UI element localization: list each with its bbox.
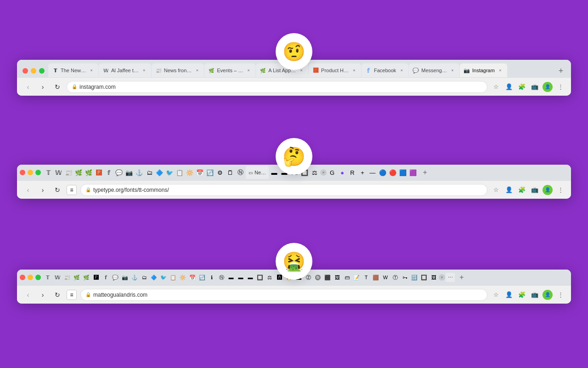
tab-fav-8[interactable]: 💬 (114, 168, 124, 177)
cast-button-3[interactable]: 📺 (530, 290, 540, 300)
avatar-3[interactable]: 👤 (543, 290, 553, 300)
tab-fav-15[interactable]: 🔆 (185, 168, 194, 177)
avatar-1[interactable]: 👤 (543, 82, 553, 92)
minimize-button-3[interactable] (28, 275, 33, 280)
tab3-fav-33[interactable]: 📝 (352, 273, 361, 282)
tab-fav-21[interactable]: ▬ (270, 168, 279, 177)
active-tab-2[interactable]: ▭ Ne… (246, 166, 269, 179)
address-bar-3[interactable]: 🔒 matteogualandris.com (80, 289, 487, 301)
tab-nyt[interactable]: 𝕋 The New… × (48, 63, 98, 77)
tab-fav-33[interactable]: 🟦 (398, 168, 407, 177)
bookmark-button-3[interactable]: ☆ (491, 290, 501, 300)
tab3-close-x[interactable]: × (439, 274, 445, 281)
tab-producthunt[interactable]: 🅿 Product H… × (309, 63, 361, 77)
menu-button-3[interactable]: ⋮ (555, 290, 565, 300)
tab-fav-6[interactable]: 🅿 (94, 168, 103, 177)
address-bar-2[interactable]: 🔒 typetype.org/fonts/tt-commons/ (80, 184, 487, 196)
menu-button-1[interactable]: ⋮ (555, 82, 565, 92)
profile-button-1[interactable]: 👤 (504, 82, 514, 92)
tab3-fav-34[interactable]: T (362, 273, 371, 282)
profile-button-2[interactable]: 👤 (504, 185, 514, 195)
back-button-2[interactable]: ‹ (23, 184, 34, 196)
tab-instagram[interactable]: 📷 Instagram × (460, 63, 507, 77)
maximize-button-3[interactable] (35, 275, 41, 280)
tab-fb-close[interactable]: × (398, 67, 405, 74)
new-tab-button-1[interactable]: + (554, 64, 567, 77)
refresh-button-3[interactable]: ↻ (52, 289, 63, 300)
tab3-fav-40[interactable]: 🔲 (419, 273, 429, 282)
tab3-extra[interactable]: ⋯ (446, 273, 455, 282)
tab-fav-32[interactable]: 🔴 (388, 168, 397, 177)
tab-news[interactable]: 📰 News fron… × (152, 63, 204, 77)
tab3-fav-9[interactable]: 📷 (120, 273, 130, 282)
forward-button-1[interactable]: › (37, 81, 48, 92)
refresh-button-1[interactable]: ↻ (52, 81, 63, 92)
tab3-fav-37[interactable]: Ⓣ (390, 273, 400, 282)
tab3-fav-6[interactable]: 🅿 (91, 273, 101, 282)
tab-events[interactable]: 🌿 Events – … × (204, 63, 255, 77)
tab3-fav-15[interactable]: 🔆 (178, 273, 187, 282)
tab3-fav-32[interactable]: 🗃 (342, 273, 351, 282)
tab-fav-27[interactable]: ● (338, 168, 347, 177)
tab-fav-30[interactable]: — (368, 168, 377, 177)
extension-button-1[interactable]: 🧩 (517, 82, 527, 92)
close-button-3[interactable] (20, 275, 25, 280)
tab-messenger-close[interactable]: × (449, 67, 456, 74)
tab3-fav-10[interactable]: ⚓ (130, 273, 139, 282)
reader-mode-button-3[interactable]: ≡ (67, 290, 77, 300)
back-button-1[interactable]: ‹ (23, 81, 34, 92)
forward-button-3[interactable]: › (37, 289, 48, 300)
tab3-fav-3[interactable]: 📰 (62, 273, 72, 282)
tab3-fav-12[interactable]: 🔷 (149, 273, 158, 282)
refresh-button-2[interactable]: ↻ (52, 184, 63, 196)
close-button[interactable] (23, 68, 28, 74)
menu-button-2[interactable]: ⋮ (555, 185, 565, 195)
tab-fav-18[interactable]: ⚙ (215, 168, 225, 177)
tab-ph-close[interactable]: × (351, 67, 357, 74)
tab-fav-14[interactable]: 📋 (175, 168, 184, 177)
tab3-fav-22[interactable]: ▬ (246, 273, 255, 282)
tab-messenger[interactable]: 💬 Messeng… × (409, 63, 459, 77)
tab-fav-3[interactable]: 📰 (64, 168, 73, 177)
tab3-fav-20[interactable]: ▬ (226, 273, 236, 282)
tab3-fav-24[interactable]: ⚖ (265, 273, 274, 282)
new-tab-button-3[interactable]: + (455, 271, 468, 284)
back-button-3[interactable]: ‹ (23, 289, 34, 300)
tab-fav-34[interactable]: 🟪 (408, 168, 418, 177)
reader-mode-button[interactable]: ≡ (67, 185, 77, 195)
tab-fav-19[interactable]: 🗒 (226, 168, 235, 177)
avatar-2[interactable]: 👤 (543, 185, 553, 195)
tab-fav-28[interactable]: R (348, 168, 357, 177)
tab-fav-7[interactable]: 𝕗 (104, 168, 113, 177)
tab-fav-1[interactable]: 𝕋 (44, 168, 53, 177)
tab3-fav-23[interactable]: 🔲 (255, 273, 265, 282)
tab-fav-11[interactable]: 🗂 (145, 168, 154, 177)
tab3-fav-35[interactable]: 🟫 (371, 273, 380, 282)
tab3-fav-36[interactable]: W (381, 273, 390, 282)
address-bar-1[interactable]: 🔒 instagram.com (67, 81, 487, 93)
cast-button-1[interactable]: 📺 (530, 82, 540, 92)
tab-fav-2[interactable]: 𝕎 (54, 168, 63, 177)
tab-fav-17[interactable]: 🔃 (205, 168, 215, 177)
tab3-fav-30[interactable]: ⬛ (323, 273, 332, 282)
tab3-fav-17[interactable]: 🔃 (198, 273, 207, 282)
tab3-fav-8[interactable]: 💬 (111, 273, 120, 282)
tab3-fav-14[interactable]: 📋 (169, 273, 178, 282)
tab-events-close[interactable]: × (245, 67, 252, 74)
bookmark-button-1[interactable]: ☆ (491, 82, 501, 92)
tab-fav-13[interactable]: 🐦 (165, 168, 174, 177)
extension-button-2[interactable]: 🧩 (517, 185, 527, 195)
minimize-button-2[interactable] (28, 170, 33, 175)
close-button-2[interactable] (20, 170, 25, 175)
tab-fav-20[interactable]: Ⓝ (236, 168, 245, 177)
tab-fav-4[interactable]: 🌿 (74, 168, 83, 177)
tab-facebook[interactable]: 𝕗 Facebook × (362, 63, 408, 77)
tab-fav-12[interactable]: 🔷 (155, 168, 164, 177)
tab-fav-16[interactable]: 📅 (195, 168, 204, 177)
tab-nyt-close[interactable]: × (88, 67, 95, 74)
tab-fav-29[interactable]: + (358, 168, 367, 177)
extension-button-3[interactable]: 🧩 (517, 290, 527, 300)
tab-fav-25[interactable]: ⚖ (310, 168, 319, 177)
new-tab-button-2[interactable]: + (418, 166, 431, 179)
tab-instagram-close[interactable]: × (497, 67, 503, 74)
